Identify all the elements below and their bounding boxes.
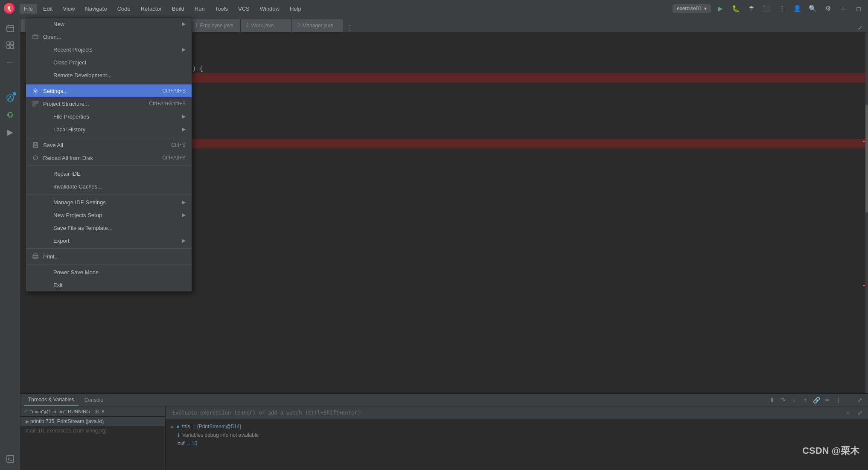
debug-expand-icon[interactable]: ⤢ bbox=[855, 395, 865, 405]
project-structure-shortcut: Ctrl+Alt+Shift+S bbox=[149, 101, 186, 107]
vcs-update-button[interactable]: 👤 bbox=[791, 3, 803, 15]
menu-item-recent-label: Recent Projects bbox=[53, 46, 178, 53]
debug-add-to-watches[interactable]: + bbox=[843, 408, 853, 418]
menu-item-open[interactable]: Open... bbox=[26, 30, 192, 43]
debug-tab-threads[interactable]: Threads & Variables bbox=[24, 394, 79, 406]
menu-item-print[interactable]: Print... bbox=[26, 250, 192, 263]
sidebar-structure-icon[interactable] bbox=[3, 38, 18, 53]
debug-frame-2[interactable]: main:10, exercise01 (com.xiong.pg) bbox=[20, 426, 165, 435]
menu-help[interactable]: Help bbox=[285, 4, 306, 14]
project-structure-icon bbox=[31, 101, 40, 107]
menu-item-invalidate-caches[interactable]: Invalidate Caches... bbox=[26, 180, 192, 193]
menu-item-reload[interactable]: Reload All from Disk Ctrl+Alt+Y bbox=[26, 151, 192, 164]
run-configuration[interactable]: exercise01 ▾ bbox=[673, 4, 711, 13]
menu-item-exit[interactable]: Exit bbox=[26, 279, 192, 291]
separator-3 bbox=[26, 165, 192, 166]
menu-item-save-all[interactable]: Save All Ctrl+S bbox=[26, 139, 192, 151]
menu-view[interactable]: View bbox=[58, 4, 79, 14]
menu-item-repair-ide[interactable]: Repair IDE bbox=[26, 167, 192, 180]
java-file-icon: J bbox=[195, 23, 197, 29]
debug-button[interactable]: 🐛 bbox=[730, 3, 742, 15]
var-value-this: = {PrintStream@514} bbox=[192, 424, 241, 429]
svg-rect-4 bbox=[11, 42, 14, 45]
menu-item-save-file-template[interactable]: Save File as Template... bbox=[26, 221, 192, 234]
menu-build[interactable]: Build bbox=[168, 4, 189, 14]
menu-item-project-structure[interactable]: Project Structure... Ctrl+Alt+Shift+S bbox=[26, 97, 192, 110]
tab-Manager[interactable]: J Manager.java bbox=[292, 19, 343, 32]
tab-Work[interactable]: J Work.java bbox=[241, 19, 292, 32]
settings-button[interactable]: ⚙ bbox=[822, 3, 834, 15]
stop-button[interactable]: ⬛ bbox=[760, 3, 772, 15]
menu-tools[interactable]: Tools bbox=[211, 4, 232, 14]
file-menu-dropdown: New ▶ Open... Recent Projects ▶ Close Pr… bbox=[26, 17, 192, 292]
more-run-options[interactable]: ⋮ bbox=[776, 3, 788, 15]
debug-tab-bar: Threads & Variables Console ⏸ ↷ ↓ ↑ 🔗 ✏ … bbox=[20, 394, 868, 406]
debug-step-over-icon[interactable]: ↷ bbox=[778, 395, 788, 405]
menu-item-remote-dev[interactable]: Remote Development... bbox=[26, 69, 192, 81]
debug-link-icon[interactable]: 🔗 bbox=[812, 395, 821, 405]
svg-rect-5 bbox=[7, 46, 10, 49]
menu-edit[interactable]: Edit bbox=[39, 4, 57, 14]
menu-navigate[interactable]: Navigate bbox=[81, 4, 111, 14]
menu-window[interactable]: Window bbox=[256, 4, 284, 14]
var-icon: ■ bbox=[177, 424, 180, 429]
menu-item-close-project[interactable]: Close Project bbox=[26, 56, 192, 69]
search-everywhere-button[interactable]: 🔍 bbox=[807, 3, 818, 15]
menu-file[interactable]: File bbox=[20, 4, 37, 14]
menu-item-new-projects-setup[interactable]: New Projects Setup ▶ bbox=[26, 209, 192, 221]
menu-item-settings[interactable]: Settings... Ctrl+Alt+S bbox=[26, 84, 192, 97]
menu-code[interactable]: Code bbox=[113, 4, 135, 14]
arrow-icon: ▶ bbox=[182, 46, 186, 52]
debug-expand-watches[interactable]: ⤢ bbox=[855, 408, 865, 418]
settings-icon bbox=[31, 88, 40, 94]
menu-item-save-all-label: Save All bbox=[43, 142, 163, 148]
menu-item-invalidate-caches-label: Invalidate Caches... bbox=[53, 183, 186, 190]
menu-item-recent-projects[interactable]: Recent Projects ▶ bbox=[26, 43, 192, 56]
coverage-button[interactable]: ☂ bbox=[745, 3, 757, 15]
sidebar-terminal-icon[interactable] bbox=[3, 451, 18, 467]
debug-pause-icon[interactable]: ⏸ bbox=[767, 395, 777, 405]
scroll-indicator[interactable] bbox=[865, 32, 868, 393]
sidebar-run-icon[interactable]: ▶ bbox=[3, 125, 18, 140]
sidebar-more-icon[interactable]: ··· bbox=[3, 55, 18, 70]
menu-refactor[interactable]: Refactor bbox=[137, 4, 166, 14]
sidebar-debug-icon[interactable] bbox=[3, 107, 18, 123]
minimize-button[interactable]: ─ bbox=[837, 3, 849, 15]
debug-more-icon[interactable]: ⋮ bbox=[834, 395, 843, 405]
maximize-button[interactable]: □ bbox=[853, 3, 865, 15]
thread-filter-icon[interactable]: ⊞ bbox=[94, 408, 99, 415]
thread-dropdown-icon[interactable]: ▾ bbox=[102, 408, 105, 415]
menu-item-export[interactable]: Export ▶ bbox=[26, 234, 192, 247]
expand-icon[interactable]: ▶ bbox=[171, 424, 174, 429]
debug-step-out-icon[interactable]: ↑ bbox=[801, 395, 810, 405]
menu-item-power-save-mode[interactable]: Power Save Mode bbox=[26, 266, 192, 279]
menu-item-settings-label: Settings... bbox=[43, 88, 154, 94]
info-icon: ℹ bbox=[178, 432, 180, 438]
menu-bar-right: exercise01 ▾ ▶ 🐛 ☂ ⬛ ⋮ 👤 🔍 ⚙ ─ □ bbox=[673, 3, 865, 15]
debug-frame-1[interactable]: ▶ println:735, PrintStream (java.io) bbox=[20, 417, 165, 426]
watermark: CSDN @栗木 bbox=[802, 444, 859, 457]
debug-step-into-icon[interactable]: ↓ bbox=[789, 395, 799, 405]
tab-more-button[interactable]: ⋮ bbox=[343, 24, 357, 32]
run-button[interactable]: ▶ bbox=[714, 3, 726, 15]
menu-item-local-history[interactable]: Local History ▶ bbox=[26, 123, 192, 136]
java-file-icon: J bbox=[297, 23, 300, 29]
menu-vcs[interactable]: VCS bbox=[234, 4, 254, 14]
debug-body: ✓ "main"@1 in...in": RUNNING ⊞ ▾ ▶ print… bbox=[20, 406, 868, 470]
var-buf: buf = 15 bbox=[166, 439, 868, 448]
var-this: ▶ ■ this = {PrintStream@514} bbox=[166, 422, 868, 431]
var-name-this: this bbox=[182, 424, 190, 429]
menu-item-file-properties[interactable]: File Properties ▶ bbox=[26, 110, 192, 123]
svg-point-24 bbox=[35, 90, 36, 92]
var-debug-info-label: Variables debug info not available bbox=[182, 432, 259, 438]
tab-Employee[interactable]: J Employee.java bbox=[189, 19, 241, 32]
sidebar-git-icon[interactable] bbox=[3, 90, 18, 106]
debug-tab-console[interactable]: Console bbox=[80, 394, 108, 406]
debug-edit-icon[interactable]: ✏ bbox=[823, 395, 832, 405]
menu-run[interactable]: Run bbox=[190, 4, 209, 14]
debug-eval-input[interactable] bbox=[169, 409, 841, 417]
svg-rect-3 bbox=[7, 42, 10, 45]
sidebar-project-icon[interactable] bbox=[3, 20, 18, 36]
menu-item-manage-ide-settings[interactable]: Manage IDE Settings ▶ bbox=[26, 196, 192, 209]
menu-item-new[interactable]: New ▶ bbox=[26, 17, 192, 30]
